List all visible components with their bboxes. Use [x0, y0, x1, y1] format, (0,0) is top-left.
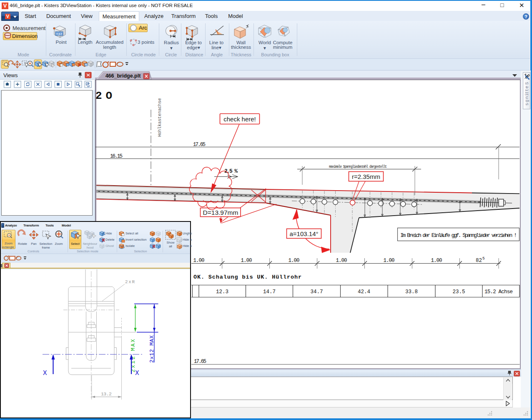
svg-text:Im Breich der Einläufe ggf. Sp: Im Breich der Einläufe ggf. Spannglieder…: [400, 232, 517, 239]
svg-text:e: e: [524, 86, 529, 89]
svg-text:16.15: 16.15: [110, 153, 123, 159]
svg-text:17.65: 17.65: [193, 142, 206, 148]
svg-text:X: X: [43, 370, 47, 377]
svg-text:2,5 %: 2,5 %: [224, 168, 238, 174]
svg-text:S: S: [524, 82, 529, 85]
svg-text:2x12 MAX: 2x12 MAX: [130, 339, 136, 372]
svg-text:1.00: 1.00: [289, 258, 300, 264]
svg-text:Hohlkastenachse: Hohlkastenachse: [157, 98, 162, 137]
svg-text:14.7: 14.7: [263, 289, 276, 295]
svg-text:2x12 MAX: 2x12 MAX: [149, 335, 155, 363]
svg-text:n: n: [524, 96, 529, 99]
svg-text:1.00: 1.00: [431, 258, 442, 264]
svg-text:17.65: 17.65: [194, 359, 206, 365]
svg-text:D=13.97mm: D=13.97mm: [203, 209, 238, 216]
svg-text:42.4: 42.4: [358, 289, 370, 295]
svg-text:2xR: 2xR: [125, 279, 135, 284]
svg-text:466_bridge.plt: 466_bridge.plt: [105, 73, 141, 79]
svg-text:1.00: 1.00: [241, 258, 252, 264]
svg-text:2 O: 2 O: [95, 90, 112, 102]
svg-text:5: 5: [482, 256, 485, 261]
svg-text:1.00: 1.00: [336, 258, 347, 264]
svg-text:13.2: 13.2: [101, 391, 112, 397]
svg-text:i: i: [524, 93, 529, 96]
svg-text:g: g: [524, 100, 529, 103]
svg-text:OK. Schalung bis UK. Hüllrohr: OK. Schalung bis UK. Hüllrohr: [193, 274, 301, 280]
svg-text:maximale Spanngliedanzahl darg: maximale Spanngliedanzahl dargestellt: [329, 165, 387, 169]
svg-text:34.7: 34.7: [310, 289, 323, 295]
svg-text:1.00: 1.00: [193, 258, 205, 264]
svg-text:x,y,z: x,y,z: [56, 32, 62, 35]
svg-text:a=103.14°: a=103.14°: [290, 230, 319, 237]
svg-text:X: X: [135, 370, 139, 377]
svg-text:1.00: 1.00: [384, 258, 395, 264]
svg-text:check here!: check here!: [223, 116, 256, 123]
svg-text:s: s: [524, 103, 529, 106]
svg-text:t: t: [524, 89, 529, 92]
svg-text:12.3: 12.3: [216, 289, 228, 295]
svg-text:33.8: 33.8: [405, 289, 418, 295]
svg-text:r=2.35mm: r=2.35mm: [352, 173, 380, 180]
svg-text:23.5: 23.5: [452, 289, 465, 295]
svg-text:82: 82: [476, 258, 482, 264]
svg-text:15.2 Achse: 15.2 Achse: [484, 289, 513, 295]
